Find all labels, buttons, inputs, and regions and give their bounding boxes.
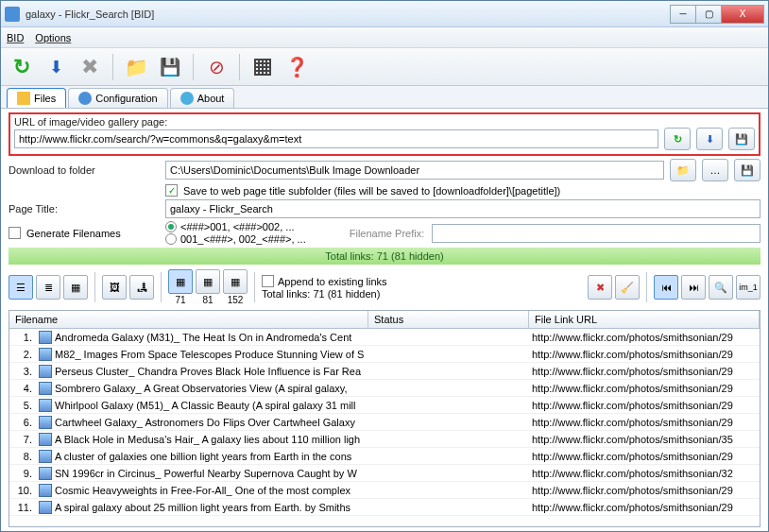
table-row[interactable]: 5. Whirlpool Galaxy (M51)_ A Classic Bea… bbox=[9, 397, 760, 414]
image-icon bbox=[39, 501, 52, 514]
gear-icon bbox=[78, 92, 92, 105]
grid-button[interactable] bbox=[248, 52, 278, 82]
folder-browse-button[interactable]: 📁 bbox=[670, 159, 696, 181]
open-folder-button[interactable]: 📁 bbox=[121, 52, 151, 82]
filename-prefix-input[interactable] bbox=[432, 224, 760, 243]
separator bbox=[112, 54, 113, 80]
col-status[interactable]: Status bbox=[368, 311, 529, 328]
filter-toolbar: ☰ ≣ ▦ 🖼 🏞 ▦71 ▦81 ▦152 Append to existin… bbox=[9, 267, 760, 307]
row-filename: A cluster of galaxies one billion light … bbox=[55, 451, 371, 462]
x-icon: ✖ bbox=[81, 55, 98, 79]
im1-button[interactable]: im_1 bbox=[736, 275, 760, 300]
col-filename[interactable]: Filename bbox=[9, 311, 368, 328]
files-icon bbox=[17, 92, 30, 105]
stop-icon: ⊘ bbox=[209, 56, 225, 78]
filename-prefix-label: Filename Prefix: bbox=[350, 228, 424, 239]
row-number: 2. bbox=[9, 349, 36, 360]
count-152-button[interactable]: ▦ bbox=[223, 269, 248, 294]
separator bbox=[239, 54, 240, 80]
skip-back-button[interactable]: ⏮ bbox=[654, 275, 678, 300]
folder-icon: 📁 bbox=[676, 164, 690, 177]
row-number: 5. bbox=[9, 400, 36, 411]
stop-button[interactable]: ⊘ bbox=[201, 52, 231, 82]
status-bar: Total links: 71 (81 hidden) bbox=[9, 248, 760, 265]
info-icon bbox=[180, 92, 194, 105]
cancel-button[interactable]: ✖ bbox=[75, 52, 105, 82]
table-row[interactable]: 7. A Black Hole in Medusa's Hair_ A gala… bbox=[9, 431, 760, 448]
filter-landscape-button[interactable]: 🏞 bbox=[129, 275, 154, 300]
table-row[interactable]: 3. Perseus Cluster_ Chandra Proves Black… bbox=[9, 363, 760, 380]
filter-image-button[interactable]: 🖼 bbox=[102, 275, 127, 300]
count-81-button[interactable]: ▦ bbox=[196, 269, 220, 294]
zoom-button[interactable]: 🔍 bbox=[709, 275, 733, 300]
delete-button[interactable]: ✖ bbox=[588, 275, 612, 300]
menu-bid[interactable]: BID bbox=[7, 32, 24, 43]
table-row[interactable]: 4. Sombrero Galaxy_ A Great Observatorie… bbox=[9, 380, 760, 397]
url-refresh-button[interactable]: ↻ bbox=[664, 128, 691, 150]
row-number: 1. bbox=[9, 332, 36, 343]
row-number: 11. bbox=[9, 502, 36, 513]
subfolder-checkbox[interactable]: ✓ bbox=[165, 184, 178, 197]
totals-label: Total links: 71 (81 hidden) bbox=[262, 288, 387, 300]
menu-options[interactable]: Options bbox=[35, 32, 71, 43]
grid-header: Filename Status File Link URL bbox=[9, 311, 760, 329]
row-url: http://www.flickr.com/photos/smithsonian… bbox=[532, 451, 760, 462]
view-list-button[interactable]: ☰ bbox=[9, 275, 33, 300]
row-url: http://www.flickr.com/photos/smithsonian… bbox=[532, 485, 760, 496]
save-button[interactable]: 💾 bbox=[155, 52, 185, 82]
save-icon: 💾 bbox=[160, 57, 180, 77]
row-filename: SN 1996cr in Circinus_ Powerful Nearby S… bbox=[55, 468, 371, 479]
download-button[interactable]: ⬇ bbox=[41, 52, 71, 82]
generate-filenames-checkbox[interactable] bbox=[9, 227, 21, 239]
append-checkbox[interactable] bbox=[262, 275, 274, 287]
subfolder-label: Save to web page title subfolder (files … bbox=[183, 185, 560, 197]
table-row[interactable]: 9. SN 1996cr in Circinus_ Powerful Nearb… bbox=[9, 465, 760, 482]
table-row[interactable]: 2. M82_ Images From Space Telescopes Pro… bbox=[9, 346, 760, 363]
url-down-button[interactable]: ⬇ bbox=[696, 128, 723, 150]
status-text: Total links: 71 (81 hidden) bbox=[325, 250, 443, 262]
help-icon: ❓ bbox=[285, 56, 309, 78]
tab-about[interactable]: About bbox=[170, 88, 235, 108]
row-filename: M82_ Images From Space Telescopes Produc… bbox=[55, 349, 371, 360]
view-thumb-button[interactable]: ▦ bbox=[63, 275, 88, 300]
refresh-icon: ↻ bbox=[674, 133, 682, 146]
count-71-button[interactable]: ▦ bbox=[168, 269, 193, 294]
maximize-button[interactable]: ▢ bbox=[695, 5, 722, 24]
main-toolbar: ↻ ⬇ ✖ 📁 💾 ⊘ ❓ bbox=[1, 48, 768, 86]
tab-files[interactable]: Files bbox=[7, 88, 66, 108]
table-row[interactable]: 1. Andromeda Galaxy (M31)_ The Heat Is O… bbox=[9, 329, 760, 346]
clear-button[interactable]: 🧹 bbox=[615, 275, 640, 300]
row-url: http://www.flickr.com/photos/smithsonian… bbox=[532, 417, 760, 428]
table-row[interactable]: 10. Cosmic Heavyweights in Free-For-All_… bbox=[9, 482, 760, 499]
download-folder-input[interactable] bbox=[165, 161, 664, 180]
skip-fwd-button[interactable]: ⏭ bbox=[681, 275, 706, 300]
tabstrip: Files Configuration About bbox=[1, 86, 768, 108]
image-icon bbox=[39, 331, 52, 344]
view-details-button[interactable]: ≣ bbox=[36, 275, 60, 300]
image-icon bbox=[39, 382, 52, 395]
grid-body[interactable]: 1. Andromeda Galaxy (M31)_ The Heat Is O… bbox=[9, 329, 760, 526]
page-title-input[interactable] bbox=[165, 199, 760, 218]
tab-configuration[interactable]: Configuration bbox=[68, 88, 167, 108]
url-save-button[interactable]: 💾 bbox=[728, 128, 755, 150]
col-url[interactable]: File Link URL bbox=[529, 311, 760, 328]
row-url: http://www.flickr.com/photos/smithsonian… bbox=[532, 400, 760, 411]
image-icon bbox=[39, 348, 52, 361]
table-row[interactable]: 6. Cartwheel Galaxy_ Astronomers Do Flip… bbox=[9, 414, 760, 431]
grid-icon bbox=[254, 59, 271, 76]
minimize-button[interactable]: ─ bbox=[670, 5, 696, 24]
table-row[interactable]: 11. A spiral galaxy about 25 million lig… bbox=[9, 499, 760, 516]
help-button[interactable]: ❓ bbox=[282, 52, 312, 82]
refresh-button[interactable]: ↻ bbox=[7, 52, 37, 82]
image-icon bbox=[39, 450, 52, 463]
row-filename: Whirlpool Galaxy (M51)_ A Classic Beauty… bbox=[55, 400, 371, 411]
url-section: URL of image/video gallery page: ↻ ⬇ 💾 bbox=[9, 112, 760, 156]
table-row[interactable]: 8. A cluster of galaxies one billion lig… bbox=[9, 448, 760, 465]
pattern-radio-2[interactable] bbox=[165, 233, 177, 245]
file-grid: Filename Status File Link URL 1. Androme… bbox=[9, 310, 760, 527]
folder-save-button[interactable]: 💾 bbox=[734, 159, 760, 181]
folder-more-button[interactable]: … bbox=[702, 159, 728, 181]
close-button[interactable]: X bbox=[721, 5, 764, 24]
url-input[interactable] bbox=[14, 129, 658, 148]
pattern-radio-1[interactable] bbox=[165, 221, 177, 232]
